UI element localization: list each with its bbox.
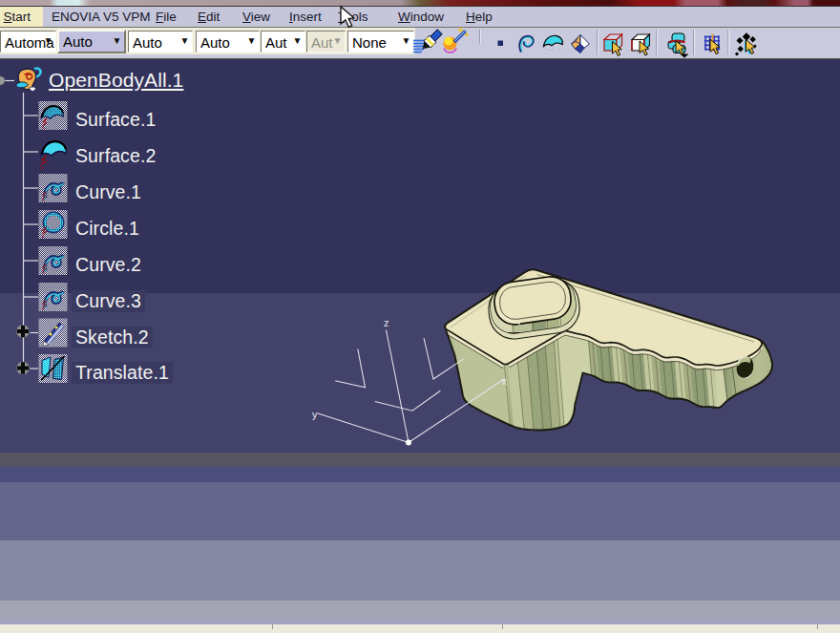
svg-text:y: y bbox=[312, 409, 318, 420]
svg-text:x: x bbox=[502, 375, 508, 387]
svg-text:z: z bbox=[384, 317, 389, 328]
